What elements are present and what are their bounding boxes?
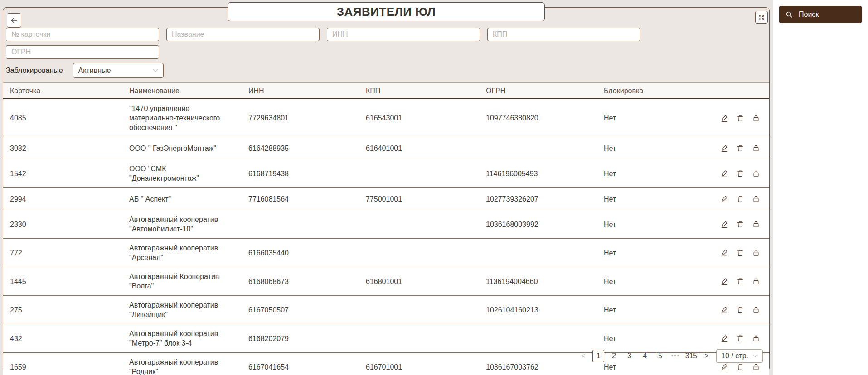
edit-button[interactable] [719, 113, 729, 123]
table-row: 1445 Автогаражный Кооператив "Волга" 616… [3, 267, 769, 296]
page-3[interactable]: 3 [623, 350, 635, 362]
cell-blocked: Нет [597, 329, 717, 348]
kpp-input[interactable] [487, 28, 640, 41]
column-header: ИНН [242, 86, 359, 96]
pencil-icon [720, 363, 728, 371]
cell-ogrn [479, 144, 597, 153]
edit-button[interactable] [719, 168, 729, 178]
cell-name: Автогаражный кооператив "Автомобилист-10… [122, 210, 242, 238]
cell-blocked: Нет [597, 139, 717, 158]
back-button[interactable] [7, 13, 21, 28]
column-header: КПП [359, 86, 479, 96]
lock-button[interactable] [751, 219, 761, 229]
trash-icon [736, 220, 744, 228]
table-row: 1542 ООО "СМК "Донэлектромонтаж" 6168719… [3, 159, 769, 188]
filter-row-2 [6, 45, 159, 59]
lock-button[interactable] [751, 113, 761, 123]
card-number-input[interactable] [6, 28, 159, 41]
row-actions [717, 113, 769, 123]
page-4[interactable]: 4 [639, 350, 650, 362]
cell-card: 3082 [3, 139, 122, 158]
right-sidebar: Поиск [773, 0, 868, 375]
page-size-value: 10 / стр. [721, 352, 748, 360]
table-row: 772 Автогаражный кооператив "Арсенал" 61… [3, 239, 769, 267]
padlock-icon [752, 249, 760, 257]
lock-button[interactable] [751, 333, 761, 343]
delete-button[interactable] [735, 113, 745, 123]
lock-button[interactable] [751, 194, 761, 204]
pagination-next[interactable]: > [701, 350, 713, 362]
delete-button[interactable] [735, 143, 745, 153]
trash-icon [736, 114, 744, 122]
inn-input[interactable] [327, 28, 480, 41]
page-5[interactable]: 5 [654, 350, 666, 362]
delete-button[interactable] [735, 362, 745, 372]
cell-name: Автогаражный кооператив "Арсенал" [122, 239, 242, 267]
blocked-label: Заблокированые [6, 67, 63, 75]
edit-button[interactable] [719, 305, 729, 315]
column-header: Карточка [3, 86, 122, 96]
row-actions [717, 219, 769, 229]
edit-button[interactable] [719, 219, 729, 229]
blocked-select[interactable]: Активные [73, 63, 164, 78]
padlock-icon [752, 334, 760, 342]
cell-inn: 6167041654 [242, 358, 359, 375]
pencil-icon [720, 144, 728, 152]
delete-button[interactable] [735, 168, 745, 178]
cell-ogrn: 1146196005493 [479, 164, 597, 183]
pencil-icon [720, 169, 728, 178]
table-row: 2330 Автогаражный кооператив "Автомобили… [3, 210, 769, 239]
delete-button[interactable] [735, 305, 745, 315]
table-row: 2994 АБ " Аспект" 7716081564 775001001 1… [3, 188, 769, 210]
lock-button[interactable] [751, 362, 761, 372]
delete-button[interactable] [735, 194, 745, 204]
padlock-icon [752, 195, 760, 203]
cell-kpp [359, 334, 479, 343]
lock-button[interactable] [751, 305, 761, 315]
pencil-icon [720, 277, 728, 285]
pencil-icon [720, 114, 728, 122]
cell-name: АБ " Аспект" [122, 190, 242, 208]
delete-button[interactable] [735, 333, 745, 343]
fullscreen-button[interactable] [755, 11, 768, 24]
ogrn-input[interactable] [6, 45, 159, 59]
page-315[interactable]: 315 [685, 350, 697, 362]
padlock-icon [752, 144, 760, 152]
edit-button[interactable] [719, 276, 729, 286]
cell-inn: 6164288935 [242, 139, 359, 158]
lock-button[interactable] [751, 248, 761, 258]
lock-button[interactable] [751, 168, 761, 178]
page-size-select[interactable]: 10 / стр. [716, 349, 763, 363]
cell-card: 2994 [3, 190, 122, 208]
pencil-icon [720, 306, 728, 314]
lock-button[interactable] [751, 276, 761, 286]
name-input[interactable] [166, 28, 320, 41]
page-1[interactable]: 1 [592, 350, 604, 362]
edit-button[interactable] [719, 248, 729, 258]
edit-button[interactable] [719, 143, 729, 153]
edit-button[interactable] [719, 333, 729, 343]
page-2[interactable]: 2 [608, 350, 620, 362]
delete-button[interactable] [735, 276, 745, 286]
pagination: <12345•••315> 10 / стр. [577, 349, 763, 363]
blocked-select-value: Активные [78, 67, 111, 75]
trash-icon [736, 277, 744, 285]
search-bar[interactable]: Поиск [779, 6, 862, 23]
pagination-ellipsis[interactable]: ••• [669, 350, 681, 362]
edit-button[interactable] [719, 362, 729, 372]
padlock-icon [752, 169, 760, 178]
cell-inn: 6168068673 [242, 272, 359, 291]
edit-button[interactable] [719, 194, 729, 204]
cell-card: 1659 [3, 358, 122, 375]
lock-button[interactable] [751, 143, 761, 153]
delete-button[interactable] [735, 219, 745, 229]
column-header: Наименование [122, 86, 242, 96]
cell-kpp [359, 169, 479, 178]
column-header: ОГРН [479, 86, 597, 96]
trash-icon [736, 334, 744, 342]
main-panel: ЗАЯВИТЕЛИ ЮЛ Заблокированые Активные [3, 7, 770, 371]
search-icon [786, 11, 793, 19]
cell-ogrn: 1027739326207 [479, 190, 597, 208]
cell-ogrn: 1097746380820 [479, 109, 597, 127]
delete-button[interactable] [735, 248, 745, 258]
